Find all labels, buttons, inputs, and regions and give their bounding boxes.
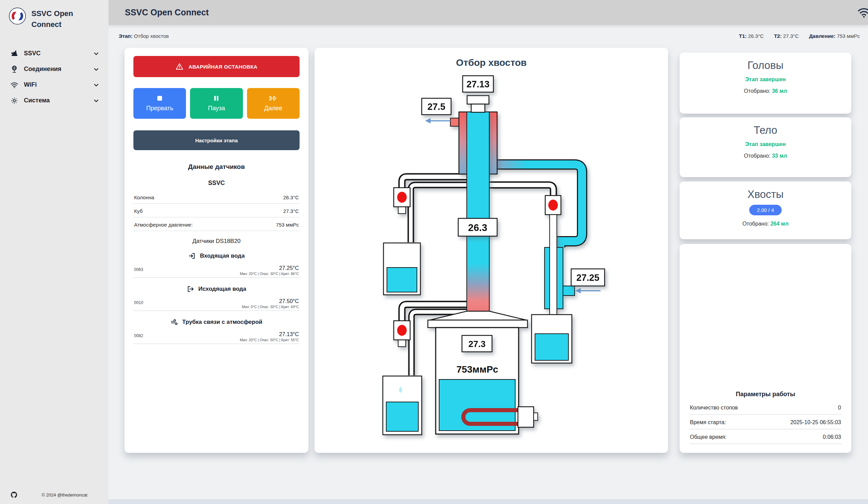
top-header: SSVC Open Connect bbox=[108, 0, 868, 25]
pressure-reading: Давление: 753 ммРс bbox=[809, 33, 860, 39]
param-row-stops: Количество стопов 0 bbox=[689, 400, 842, 414]
login-icon bbox=[188, 252, 196, 260]
sidebar-footer: © 2024 @thedemoncat bbox=[0, 486, 108, 504]
tails-container bbox=[383, 376, 422, 435]
robot-icon bbox=[10, 50, 18, 58]
github-icon[interactable] bbox=[10, 491, 18, 498]
stage-card-body: Тело Этап завершен Отобрано: 33 мл bbox=[680, 117, 851, 177]
abort-button[interactable]: Прервать bbox=[133, 88, 186, 119]
distillation-diagram: 27.13 27.5 26.3 27.25 27.3 753ммРс bbox=[314, 48, 668, 453]
diagram-title: Отбор хвостов bbox=[314, 57, 668, 68]
sensor-temp: 27.13°С bbox=[240, 331, 299, 338]
reflux-out-arrow bbox=[425, 118, 451, 124]
sensor-limits: Мин: 20°С | Опас: 30°С | Крит: 86°С bbox=[240, 271, 299, 276]
sidebar-item-label: WiFi bbox=[24, 81, 37, 89]
chevron-down-icon bbox=[93, 82, 99, 88]
stage-status: Этап завершен bbox=[745, 141, 786, 147]
sidebar-item-system[interactable]: Система bbox=[0, 93, 108, 109]
sidebar-item-connections[interactable]: Соединения bbox=[0, 61, 108, 77]
sensor-data-header: Данные датчиков bbox=[133, 163, 300, 171]
sensor-id: 0063 bbox=[134, 265, 143, 272]
warning-triangle-icon bbox=[175, 62, 184, 71]
stage-value: Отбор хвостов bbox=[134, 33, 169, 39]
column-cap-neck bbox=[471, 104, 485, 112]
stage-indicator: Этап: Отбор хвостов bbox=[119, 33, 169, 39]
t2-reading: Т2: 27.3°С bbox=[774, 33, 799, 39]
sidebar-item-wifi[interactable]: WiFi bbox=[0, 77, 108, 93]
header-title: SSVC Open Connect bbox=[125, 8, 209, 18]
sensor-limits: Мин: 20°С | Опас: 50°С | Крит: 55°С bbox=[240, 338, 299, 342]
stage-card-heads: Головы Этап завершен Отобрано: 36 мл bbox=[680, 53, 851, 114]
water-inlet-stub bbox=[563, 286, 575, 296]
emergency-stop-label: АВАРИЙНАЯ ОСТАНОВКА bbox=[188, 64, 257, 70]
pause-button[interactable]: Пауза bbox=[190, 88, 242, 119]
sensor-id: 0082 bbox=[134, 331, 143, 338]
water-out-group-header: Исходящая вода bbox=[133, 285, 300, 293]
sensor-row-column: Колонна 26.3°С bbox=[133, 190, 300, 204]
sensor-temp: 27.25°С bbox=[240, 265, 299, 271]
stage-title: Головы bbox=[747, 59, 784, 72]
stage-settings-button[interactable]: Настройки этапа bbox=[133, 130, 300, 150]
pause-label: Пауза bbox=[208, 105, 225, 112]
atmo-tube-group-header: Трубка связи с атмосферой bbox=[133, 318, 300, 326]
sidebar-item-ssvc[interactable]: SSVC bbox=[0, 46, 108, 61]
ds-sensor-row: 0010 27.50°С Мин: 0°С | Опас: 30°С | Кри… bbox=[133, 293, 300, 311]
ds-sensor-row: 0063 27.25°С Мин: 20°С | Опас: 30°С | Кр… bbox=[133, 260, 300, 278]
temp-label-column: 26.3 bbox=[458, 218, 497, 236]
stage-settings-label: Настройки этапа bbox=[195, 137, 237, 143]
valve-indicator bbox=[548, 199, 558, 210]
stage-collected: Отобрано: 36 мл bbox=[744, 88, 787, 94]
emergency-stop-button[interactable]: АВАРИЙНАЯ ОСТАНОВКА bbox=[133, 56, 300, 77]
svg-text:27.5: 27.5 bbox=[427, 102, 446, 112]
valve-indicator bbox=[397, 192, 407, 203]
process-diagram-card: Отбор хвостов bbox=[314, 48, 668, 453]
logout-icon bbox=[187, 285, 194, 293]
svg-text:27.25: 27.25 bbox=[576, 272, 599, 283]
abort-label: Прервать bbox=[146, 105, 173, 112]
network-globe-icon bbox=[10, 65, 18, 73]
param-row-total-time: Общее время: 0:06:03 bbox=[689, 429, 842, 444]
valve-indicator bbox=[397, 325, 407, 336]
work-params-header: Параметры работы bbox=[689, 391, 842, 398]
sidebar-menu: SSVC Соединения WiFi Система bbox=[0, 46, 108, 109]
copyright-text: © 2024 @thedemoncat bbox=[42, 492, 87, 497]
chevron-down-icon bbox=[93, 66, 99, 72]
wind-icon bbox=[170, 318, 178, 326]
ssvc-section-header: SSVC bbox=[133, 179, 300, 187]
sidebar-app-title: SSVC Open Connect bbox=[31, 8, 100, 30]
temp-label-cube: 27.3 bbox=[462, 336, 492, 352]
sensor-row-cube: Куб 27.3°С bbox=[133, 204, 300, 217]
status-row: Этап: Отбор хвостов Т1: 26.3°С Т2: 27.3°… bbox=[108, 25, 868, 39]
stage-card-tails: Хвосты 2.00 / 4 Отобрано: 264 мл bbox=[680, 182, 851, 239]
sidebar-logo-row: SSVC Open Connect bbox=[0, 0, 108, 33]
condenser bbox=[545, 215, 575, 319]
sidebar: SSVC Open Connect SSVC Соединения WiFi bbox=[0, 0, 108, 504]
water-in-arrow bbox=[575, 288, 600, 294]
stop-icon bbox=[157, 95, 163, 101]
gear-icon bbox=[10, 96, 18, 105]
cube-lid bbox=[428, 320, 527, 328]
temp-label-water-in: 27.25 bbox=[571, 269, 604, 286]
next-label: Далее bbox=[264, 105, 282, 112]
sensor-temp: 27.50°С bbox=[242, 298, 299, 305]
condenser-inner-pipe bbox=[550, 215, 557, 319]
fast-forward-icon bbox=[269, 95, 278, 101]
column bbox=[467, 95, 489, 311]
wifi-status-icon bbox=[856, 6, 868, 19]
stage-title: Хвосты bbox=[747, 188, 783, 200]
next-button[interactable]: Далее bbox=[247, 88, 300, 119]
svg-text:26.3: 26.3 bbox=[468, 222, 487, 233]
sensor-row-pressure: Атмосферное давление: 753 ммРс bbox=[133, 217, 300, 231]
page-bottom-strip bbox=[108, 499, 868, 504]
column-cap-top bbox=[467, 95, 489, 104]
temp-label-top: 27.13 bbox=[463, 76, 493, 92]
svg-text:27.3: 27.3 bbox=[468, 339, 486, 349]
stage-collected: Отобрано: 264 мл bbox=[742, 221, 788, 227]
cube-pressure-label: 753ммРс bbox=[456, 364, 498, 375]
sensor-id: 0010 bbox=[134, 298, 143, 305]
telemetry-summary: Т1: 26.3°С Т2: 27.3°С Давление: 753 ммРс bbox=[739, 33, 860, 39]
chevron-down-icon bbox=[93, 98, 99, 103]
stage-title: Тело bbox=[754, 124, 777, 136]
ssvc-sensor-rows: Колонна 26.3°С Куб 27.3°С Атмосферное да… bbox=[133, 190, 300, 231]
chevron-down-icon bbox=[93, 51, 99, 56]
